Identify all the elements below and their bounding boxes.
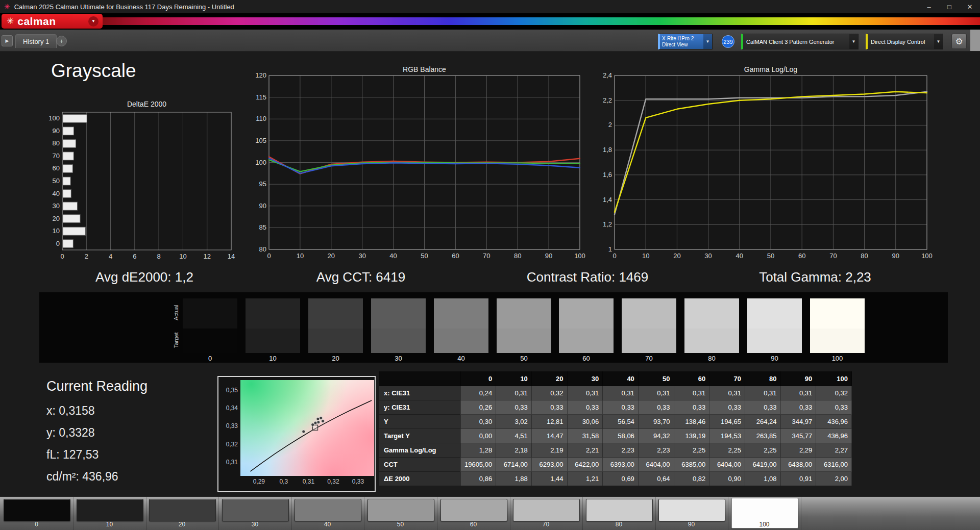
table-header-cell: 0: [460, 371, 496, 386]
swatch-color: [371, 298, 426, 353]
reading-cdm2: cd/m²: 436,96: [46, 470, 118, 484]
table-header-cell: [379, 371, 460, 386]
svg-text:90: 90: [259, 202, 266, 210]
target-row-label: Target: [173, 327, 181, 354]
pattern-level-button[interactable]: [440, 499, 507, 521]
pattern-level-button[interactable]: [586, 499, 653, 521]
grayscale-swatch: 10: [246, 298, 300, 353]
window-title: Calman 2025 Calman Ultimate for Business…: [14, 3, 234, 11]
pattern-level-button[interactable]: [77, 499, 143, 521]
svg-text:100: 100: [574, 252, 585, 260]
svg-text:8: 8: [157, 253, 161, 260]
table-cell: 0,64: [638, 472, 674, 486]
pattern-level-slot: 60: [437, 497, 510, 530]
tab-label: History 1: [23, 38, 49, 45]
pattern-generator-dropdown[interactable]: CalMAN Client 3 Pattern Generator ▼: [741, 34, 859, 49]
pattern-level-button[interactable]: [4, 499, 70, 521]
meter-status-badge: 239: [722, 35, 734, 48]
cie-x-tick: 0,3: [276, 478, 291, 485]
pattern-level-button[interactable]: [222, 499, 289, 521]
table-cell: 6385,00: [674, 458, 709, 472]
svg-text:6: 6: [133, 253, 136, 260]
grayscale-swatch: 40: [434, 298, 488, 353]
chevron-down-icon[interactable]: ▼: [849, 34, 858, 49]
swatch-label: 30: [371, 355, 426, 362]
table-header-row: 0102030405060708090100: [379, 371, 852, 386]
swatch-color: [246, 298, 300, 353]
gear-icon: ⚙: [955, 36, 963, 47]
table-cell: 0,33: [745, 400, 780, 415]
pattern-level-label: 90: [655, 521, 727, 528]
table-cell: 436,96: [816, 415, 852, 429]
table-header-cell: 80: [745, 371, 780, 386]
maximize-button[interactable]: □: [939, 0, 960, 13]
pattern-level-button[interactable]: [149, 499, 216, 521]
svg-text:50: 50: [767, 252, 774, 260]
pattern-level-button[interactable]: [513, 499, 580, 521]
table-row-label: CCT: [379, 458, 460, 472]
table-cell: 0,32: [531, 386, 567, 400]
swatch-label: 100: [810, 355, 865, 362]
rainbow-strip: [97, 17, 980, 25]
pattern-level-slot: 30: [219, 497, 292, 530]
side-panel-edge[interactable]: [970, 30, 980, 51]
swatch-label: 10: [246, 355, 300, 362]
svg-text:30: 30: [358, 252, 365, 260]
stat-avg-cct: Avg CCT: 6419: [316, 269, 405, 285]
svg-text:90: 90: [545, 252, 552, 260]
pattern-level-label: 30: [219, 521, 291, 528]
svg-text:0: 0: [56, 240, 60, 247]
calman-logo-menu[interactable]: ✳ calman ▼: [2, 14, 103, 29]
pattern-level-button[interactable]: [368, 499, 434, 521]
chevron-down-icon[interactable]: ▼: [934, 34, 943, 49]
close-button[interactable]: ✕: [960, 0, 980, 13]
svg-text:85: 85: [259, 223, 266, 231]
table-header-cell: 10: [496, 371, 532, 386]
svg-text:70: 70: [53, 152, 60, 160]
pattern-level-button[interactable]: [658, 499, 725, 521]
cie-x-tick: 0,29: [251, 478, 266, 485]
add-tab-button[interactable]: +: [56, 36, 67, 46]
svg-text:1,4: 1,4: [603, 196, 612, 204]
svg-text:4: 4: [109, 253, 112, 260]
meter-device-dropdown[interactable]: X-Rite i1Pro 2 Direct View ▼: [658, 34, 713, 49]
stat-avg-de2000: Avg dE2000: 1,2: [95, 269, 193, 285]
pattern-generator-label: CalMAN Client 3 Pattern Generator: [743, 34, 837, 49]
cie-y-tick: 0,32: [218, 441, 238, 448]
table-cell: 139,19: [674, 429, 709, 443]
table-cell: 264,24: [745, 415, 780, 429]
table-cell: 1,08: [745, 472, 780, 486]
swatch-label: 70: [622, 355, 676, 362]
table-cell: 0,33: [709, 400, 745, 415]
minimize-button[interactable]: –: [919, 0, 939, 13]
grayscale-swatch: 90: [747, 298, 802, 353]
reading-y: y: 0,3328: [46, 426, 95, 440]
tab-scroll-button[interactable]: ▶: [2, 35, 13, 46]
table-header-cell: 20: [531, 371, 567, 386]
table-cell: 2,27: [816, 443, 852, 458]
svg-text:120: 120: [255, 71, 266, 79]
reading-fl: fL: 127,53: [46, 448, 99, 462]
pattern-level-label: 70: [510, 521, 582, 528]
logo-dropdown-button[interactable]: ▼: [88, 16, 99, 27]
pattern-level-slot: 20: [146, 497, 219, 530]
chevron-down-icon[interactable]: ▼: [703, 34, 712, 49]
settings-button[interactable]: ⚙: [951, 34, 967, 49]
table-cell: 0,82: [674, 472, 709, 486]
pattern-level-button[interactable]: [295, 499, 361, 521]
table-cell: 14,47: [531, 429, 567, 443]
table-row: CCT19605,006714,006293,006422,006393,006…: [379, 458, 852, 472]
svg-text:40: 40: [736, 252, 743, 260]
display-control-dropdown[interactable]: Direct Display Control ▼: [866, 34, 943, 49]
pattern-level-label: 0: [1, 521, 72, 528]
table-cell: 0,33: [816, 400, 852, 415]
grayscale-swatch: 0: [183, 298, 237, 353]
grayscale-swatch: 70: [622, 298, 676, 353]
pattern-level-label: 60: [437, 521, 509, 528]
tab-history-1[interactable]: History 1: [15, 34, 57, 48]
svg-text:2,4: 2,4: [603, 71, 612, 79]
pattern-level-label: 50: [364, 521, 436, 528]
table-cell: 6393,00: [603, 458, 639, 472]
swatch-color: [559, 298, 614, 353]
table-cell: 3,02: [496, 415, 532, 429]
